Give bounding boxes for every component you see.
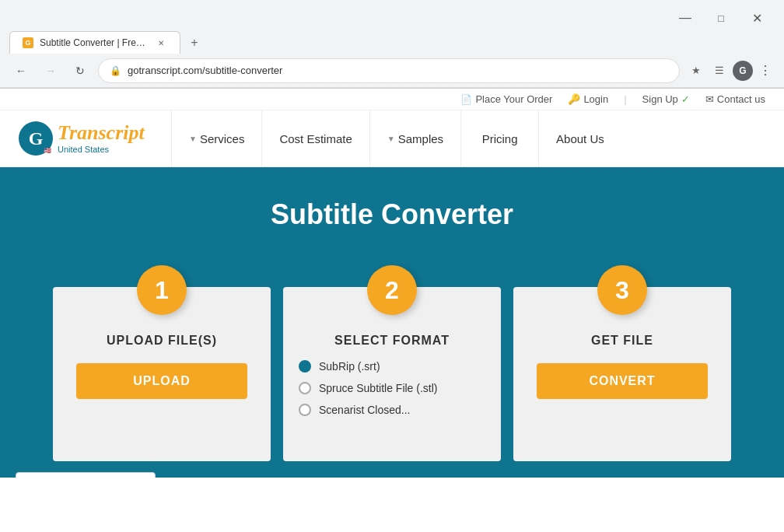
hero-section: Subtitle Converter 1 UPLOAD FILE(S) UPLO…	[0, 167, 784, 478]
key-icon: 🔑	[568, 93, 580, 105]
chevron-down-icon-2: ▼	[387, 135, 395, 143]
hero-title: Subtitle Converter	[16, 198, 768, 231]
maximize-button[interactable]: □	[703, 5, 739, 30]
active-tab[interactable]: G Subtitle Converter | Free tool ✕	[9, 31, 180, 54]
tab-close-icon[interactable]: ✕	[155, 37, 167, 49]
step-1-card: 1 UPLOAD FILE(S) UPLOAD	[53, 287, 271, 461]
place-order-link[interactable]: 📄 Place Your Order	[460, 93, 552, 105]
order-icon: 📄	[460, 94, 472, 105]
svg-text:G: G	[25, 39, 30, 47]
tab-favicon: G	[23, 37, 33, 48]
new-tab-button[interactable]: +	[184, 32, 205, 54]
convert-button[interactable]: CONVERT	[537, 363, 708, 399]
upload-button[interactable]: UPLOAD	[76, 363, 247, 399]
step-1-number: 1	[137, 265, 187, 315]
convert-area: CONVERT	[513, 348, 731, 415]
step-3-label: GET FILE	[591, 334, 653, 348]
step-2-label: SELECT FORMAT	[334, 334, 450, 348]
login-link[interactable]: 🔑 Login	[568, 93, 608, 105]
reload-button[interactable]: ↻	[68, 59, 92, 82]
forward-button[interactable]: →	[39, 59, 62, 82]
logo-subtitle: United States	[58, 145, 145, 154]
radio-srt-selected	[299, 360, 311, 373]
chevron-down-icon: ▼	[189, 135, 197, 143]
format-selection-area: SubRip (.srt) Spruce Subtitle File (.stl…	[283, 348, 501, 438]
format-scenarist[interactable]: Scenarist Closed...	[299, 404, 485, 416]
account-icon[interactable]: G	[733, 61, 753, 81]
step-1-label: UPLOAD FILE(S)	[107, 334, 217, 348]
check-icon: ✓	[681, 93, 690, 105]
steps-row: 1 UPLOAD FILE(S) UPLOAD 2 SELECT FORMAT	[16, 262, 768, 461]
step-3-card: 3 GET FILE CONVERT	[513, 287, 731, 461]
mail-icon: ✉	[705, 93, 714, 105]
close-button[interactable]: ✕	[739, 5, 775, 30]
back-button[interactable]: ←	[9, 59, 33, 82]
utility-bar: 📄 Place Your Order 🔑 Login | Sign Up ✓ ✉…	[0, 89, 784, 110]
nav-pricing[interactable]: Pricing	[460, 110, 538, 166]
nav-cost-estimate[interactable]: Cost Estimate	[261, 110, 369, 166]
radio-scenarist-empty	[299, 404, 311, 416]
site-navigation: G 🇺🇸 Transcript United States ▼ Services…	[0, 110, 784, 167]
format-stl[interactable]: Spruce Subtitle File (.stl)	[299, 382, 485, 394]
bookmark-icon[interactable]: ★	[686, 61, 706, 81]
tab-title: Subtitle Converter | Free tool	[40, 37, 149, 48]
extensions-icon[interactable]: ☰	[709, 61, 730, 81]
recaptcha-widget: reCAPTCHA Privacy - Terms	[16, 472, 156, 478]
lock-icon: 🔒	[110, 65, 121, 76]
signup-link[interactable]: Sign Up ✓	[642, 93, 690, 105]
logo-text: Transcript	[58, 123, 145, 143]
logo-circle: G 🇺🇸	[19, 121, 53, 156]
step-2-number: 2	[367, 265, 417, 315]
upload-area: UPLOAD	[53, 348, 271, 415]
logo[interactable]: G 🇺🇸 Transcript United States	[0, 110, 171, 166]
nav-samples[interactable]: ▼ Samples	[369, 110, 460, 166]
radio-stl-empty	[299, 382, 311, 394]
minimize-button[interactable]: ―	[667, 5, 703, 30]
menu-icon[interactable]: ⋮	[756, 60, 775, 81]
nav-services[interactable]: ▼ Services	[171, 110, 261, 166]
contact-link[interactable]: ✉ Contact us	[705, 93, 765, 105]
nav-items: ▼ Services Cost Estimate ▼ Samples Prici…	[171, 110, 784, 166]
format-srt[interactable]: SubRip (.srt)	[299, 360, 485, 373]
address-bar[interactable]: 🔒 gotranscript.com/subtitle-converter	[98, 58, 680, 83]
step-3-number: 3	[597, 265, 647, 315]
nav-about-us[interactable]: About Us	[538, 110, 621, 166]
address-text: gotranscript.com/subtitle-converter	[128, 65, 668, 76]
step-2-card: 2 SELECT FORMAT SubRip (.srt) Spruce Sub…	[283, 287, 501, 461]
